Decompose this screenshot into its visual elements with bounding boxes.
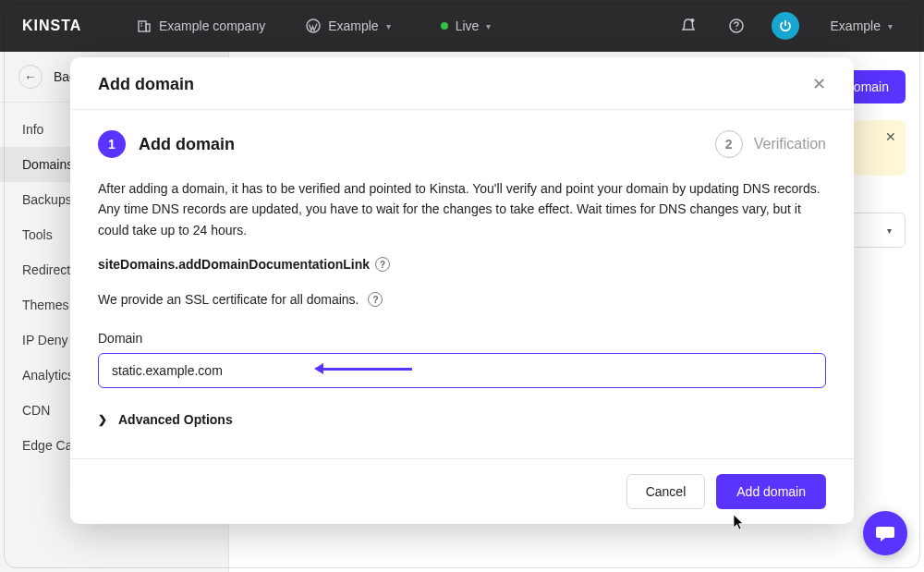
close-icon[interactable]: ✕	[812, 74, 826, 94]
documentation-link[interactable]: siteDomains.addDomainDocumentationLink ?	[98, 257, 826, 272]
help-icon: ?	[375, 257, 390, 272]
step-indicator: 1 Add domain 2 Verification	[98, 130, 826, 158]
help-icon[interactable]: ?	[368, 292, 383, 307]
modal-description: After adding a domain, it has to be veri…	[98, 178, 826, 240]
chevron-right-icon: ❯	[98, 413, 107, 426]
step-1-label: Add domain	[139, 135, 235, 154]
modal-overlay: Add domain ✕ 1 Add domain 2 Verification…	[0, 0, 924, 572]
cancel-label: Cancel	[646, 484, 687, 499]
advanced-options-toggle[interactable]: ❯ Advanced Options	[98, 412, 826, 427]
chat-button[interactable]	[863, 511, 907, 555]
advanced-label: Advanced Options	[118, 412, 233, 427]
submit-label: Add domain	[736, 484, 806, 499]
step-2-label: Verification	[754, 136, 826, 152]
step-2-badge: 2	[715, 130, 743, 158]
add-domain-modal: Add domain ✕ 1 Add domain 2 Verification…	[70, 57, 854, 524]
domain-input[interactable]	[98, 353, 826, 388]
add-domain-submit-button[interactable]: Add domain	[716, 474, 826, 509]
ssl-text: We provide an SSL certificate for all do…	[98, 292, 359, 307]
modal-title: Add domain	[98, 75, 194, 94]
doc-link-label: siteDomains.addDomainDocumentationLink	[98, 257, 370, 272]
step-1-badge: 1	[98, 130, 126, 158]
cancel-button[interactable]: Cancel	[626, 474, 706, 509]
domain-field-label: Domain	[98, 331, 826, 346]
ssl-note: We provide an SSL certificate for all do…	[98, 292, 826, 307]
